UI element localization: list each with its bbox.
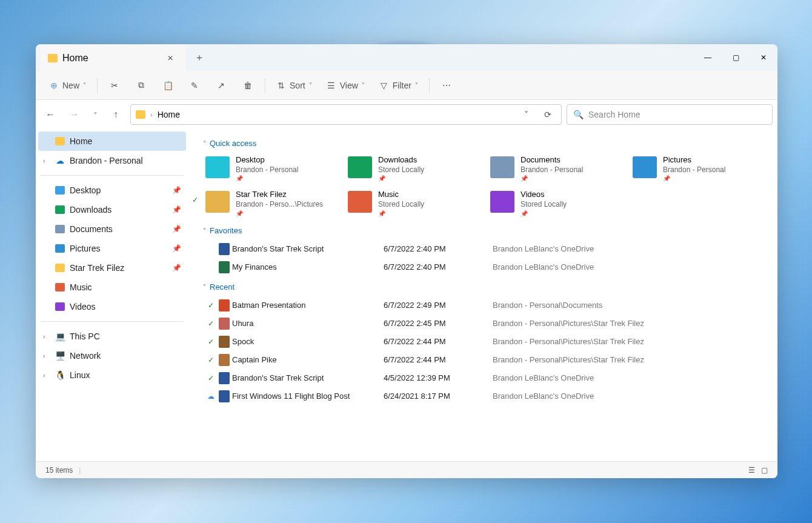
file-row[interactable]: ☁ First Windows 11 Flight Blog Post 6/24… <box>203 387 765 405</box>
file-location: Brandon LeBlanc's OneDrive <box>493 244 765 253</box>
chevron-right-icon[interactable]: › <box>43 353 45 359</box>
file-date: 6/7/2022 2:44 PM <box>384 337 493 346</box>
item-location: Brandon - Perso...\Pictures <box>236 200 323 210</box>
sidebar-onedrive[interactable]: › ☁ Brandon - Personal <box>38 151 186 170</box>
more-button[interactable]: ⋯ <box>434 75 459 96</box>
filter-button[interactable]: ▽ Filter ˅ <box>373 75 424 96</box>
sidebar-item[interactable]: ›🐧Linux <box>38 365 186 385</box>
copy-button[interactable]: ⧉ <box>129 75 153 96</box>
recent-locations-button[interactable]: ˅ <box>89 105 101 124</box>
sync-status-icon: ☁ <box>203 392 219 401</box>
pin-icon: 📌 <box>236 210 323 218</box>
quick-access-item[interactable]: DownloadsStored Locally📌 <box>345 153 481 185</box>
separator <box>265 78 265 93</box>
quick-access-item[interactable]: DesktopBrandon - Personal📌 <box>203 153 338 185</box>
breadcrumb-separator: › <box>150 111 153 118</box>
sidebar-item-label: Documents <box>70 224 113 234</box>
file-type-icon <box>219 336 230 348</box>
pin-icon: 📌 <box>663 175 725 182</box>
home-icon <box>55 136 65 146</box>
separator <box>97 78 98 93</box>
view-button[interactable]: ☰ View ˅ <box>321 75 371 96</box>
file-row[interactable]: My Finances 6/7/2022 2:40 PM Brandon LeB… <box>203 258 765 276</box>
quick-access-item[interactable]: ✓Star Trek FilezBrandon - Perso...\Pictu… <box>203 187 338 219</box>
section-quick-access[interactable]: ˅ Quick access <box>203 139 765 148</box>
file-date: 6/7/2022 2:44 PM <box>384 355 493 364</box>
file-row[interactable]: ✓ Captain Pike 6/7/2022 2:44 PM Brandon … <box>203 351 765 369</box>
file-location: Brandon - Personal\Pictures\Star Trek Fi… <box>493 337 765 346</box>
quick-access-item[interactable]: DocumentsBrandon - Personal📌 <box>488 153 623 185</box>
breadcrumb-location: Home <box>158 110 180 119</box>
thumbnails-view-button[interactable]: ▢ <box>761 466 768 475</box>
search-box[interactable]: 🔍 Search Home <box>567 104 773 125</box>
sidebar-item-label: This PC <box>70 331 100 341</box>
sidebar-item[interactable]: Music <box>38 278 186 297</box>
section-favorites[interactable]: ˅ Favorites <box>203 226 765 235</box>
file-row[interactable]: ✓ Batman Presentation 6/7/2022 2:49 PM B… <box>203 296 765 315</box>
refresh-button[interactable]: ⟳ <box>539 110 556 119</box>
share-button[interactable]: ↗ <box>209 75 233 96</box>
sidebar-item[interactable]: Videos <box>38 297 186 316</box>
tab-close-button[interactable]: ✕ <box>162 50 179 67</box>
folder-icon <box>55 225 65 233</box>
tab-home[interactable]: Home ✕ <box>41 44 186 71</box>
new-button[interactable]: ⊕ New ˅ <box>43 75 92 96</box>
chevron-right-icon[interactable]: › <box>43 158 45 164</box>
sidebar-item[interactable]: Star Trek Filez📌 <box>38 258 186 278</box>
minimize-button[interactable]: — <box>694 44 722 71</box>
file-name: Brandon's Star Trek Script <box>232 244 384 253</box>
up-button[interactable]: ↑ <box>106 105 125 124</box>
section-recent-label: Recent <box>210 282 235 291</box>
file-row[interactable]: ✓ Brandon's Star Trek Script 4/5/2022 12… <box>203 369 765 387</box>
file-location: Brandon LeBlanc's OneDrive <box>493 262 765 271</box>
sidebar-onedrive-label: Brandon - Personal <box>70 156 143 165</box>
item-location: Stored Locally <box>521 200 567 210</box>
pin-icon: 📌 <box>172 244 181 253</box>
sidebar-item[interactable]: Downloads📌 <box>38 200 186 219</box>
file-location: Brandon - Personal\Pictures\Star Trek Fi… <box>493 355 765 364</box>
quick-access-item[interactable]: PicturesBrandon - Personal📌 <box>630 153 765 185</box>
sidebar-item[interactable]: ›💻This PC <box>38 327 186 346</box>
window-controls: — ▢ ✕ <box>694 44 777 71</box>
address-dropdown[interactable]: ˅ <box>517 110 534 119</box>
file-name: Brandon's Star Trek Script <box>232 373 384 382</box>
pin-icon: 📌 <box>236 175 298 182</box>
separator <box>429 78 430 93</box>
sort-button[interactable]: ⇅ Sort ˅ <box>270 75 318 96</box>
pin-icon: 📌 <box>172 186 181 195</box>
details-view-button[interactable]: ☰ <box>748 466 755 475</box>
quick-access-item[interactable]: VideosStored Locally📌 <box>488 187 623 219</box>
close-button[interactable]: ✕ <box>750 44 777 71</box>
new-tab-button[interactable]: ＋ <box>188 44 210 71</box>
folder-icon <box>55 283 65 291</box>
file-type-icon <box>219 390 230 402</box>
item-location: Brandon - Personal <box>663 165 725 175</box>
file-location: Brandon LeBlanc's OneDrive <box>493 391 765 401</box>
file-row[interactable]: Brandon's Star Trek Script 6/7/2022 2:40… <box>203 240 765 258</box>
sidebar-home[interactable]: Home <box>38 132 186 151</box>
sidebar-item[interactable]: Desktop📌 <box>38 181 186 200</box>
rename-button[interactable]: ✎ <box>182 75 207 96</box>
file-row[interactable]: ✓ Uhura 6/7/2022 2:45 PM Brandon - Perso… <box>203 315 765 333</box>
onedrive-icon: ☁ <box>55 156 65 165</box>
sidebar-item[interactable]: ›🖥️Network <box>38 346 186 365</box>
section-recent[interactable]: ˅ Recent <box>203 282 765 291</box>
address-bar[interactable]: › Home ˅ ⟳ <box>130 104 562 125</box>
delete-button[interactable]: 🗑 <box>236 75 260 96</box>
titlebar: Home ✕ ＋ — ▢ ✕ <box>36 44 777 71</box>
sort-label: Sort <box>290 81 305 90</box>
sidebar-item[interactable]: Documents📌 <box>38 219 186 239</box>
chevron-right-icon[interactable]: › <box>43 372 45 379</box>
maximize-button[interactable]: ▢ <box>722 44 750 71</box>
cut-icon: ✂ <box>110 81 119 90</box>
chevron-right-icon[interactable]: › <box>43 333 45 340</box>
file-name: Uhura <box>232 319 384 328</box>
file-row[interactable]: ✓ Spock 6/7/2022 2:44 PM Brandon - Perso… <box>203 333 765 351</box>
cut-button[interactable]: ✂ <box>102 75 127 96</box>
chevron-down-icon: ˅ <box>203 284 206 290</box>
sidebar-item[interactable]: Pictures📌 <box>38 239 186 258</box>
forward-button[interactable]: → <box>65 105 84 124</box>
back-button[interactable]: ← <box>41 105 60 124</box>
quick-access-item[interactable]: MusicStored Locally📌 <box>345 187 481 219</box>
paste-button[interactable]: 📋 <box>156 75 180 96</box>
